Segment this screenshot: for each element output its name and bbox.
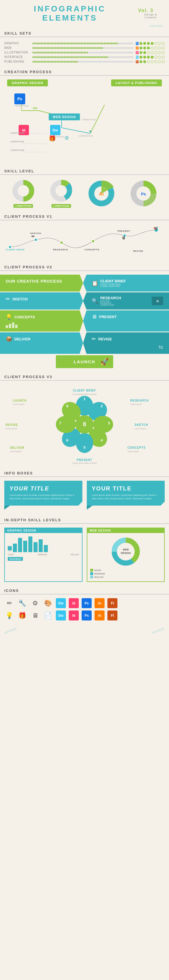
v2-creative-process-label: OUR CREATIVE PROCESS bbox=[6, 279, 77, 284]
app-icon-dw2: Dw bbox=[56, 611, 66, 620]
envato-watermark-1: envato bbox=[0, 24, 169, 27]
icon-bulb: 💡 bbox=[4, 611, 14, 620]
skill-row-publishing: Publishing Fl bbox=[4, 60, 165, 63]
cp-client-brief: 📋 CLIENT BRIEF ADDING SOMETHING LOREM SO… bbox=[83, 275, 169, 291]
icon-gift: 🎁 bbox=[17, 611, 27, 620]
svg-text:Lorem ipsum: Lorem ipsum bbox=[13, 403, 25, 406]
legend-average: AVERAGE bbox=[94, 573, 105, 575]
skill-icons-interface: Dw bbox=[136, 56, 165, 59]
info-boxes-row: YoUr TITLE Lorem ipsum dolor sit amet, c… bbox=[4, 481, 165, 506]
cp-graphic-design-box: Graphic Design bbox=[7, 80, 48, 86]
skill-row-illustration: Illustration Id bbox=[4, 51, 165, 54]
info-boxes-container: YoUr TITLE Lorem ipsum dolor sit amet, c… bbox=[0, 479, 169, 510]
info-box-1-text: Lorem ipsum dolor sit amet, consectetur … bbox=[10, 493, 77, 500]
skill-row-web: Web Ai bbox=[4, 46, 165, 49]
info-box-1: YoUr TITLE Lorem ipsum dolor sit amet, c… bbox=[4, 481, 82, 506]
client-v2-container: OUR CREATIVE PROCESS 📋 CLIENT BRIEF ADDI… bbox=[0, 273, 169, 372]
icon-in3 bbox=[147, 56, 150, 59]
icon-pencil: ✏ bbox=[4, 598, 14, 608]
skill-label-graphic: Graphic bbox=[4, 42, 30, 45]
skill-icons-illustration: Id bbox=[136, 51, 165, 54]
tl-research: RESEARCH bbox=[53, 248, 68, 251]
cp-lorem-5: LOREM IPSUM bbox=[79, 135, 93, 137]
svg-text:Lorem ipsum dolor sit amet: Lorem ipsum dolor sit amet bbox=[72, 393, 97, 396]
svg-text:2: 2 bbox=[101, 404, 103, 408]
svg-text:Lorem ipsum dolor sit amet: Lorem ipsum dolor sit amet bbox=[72, 462, 97, 465]
icon-c5 bbox=[155, 42, 157, 45]
info-box-2-text: Lorem ipsum dolor sit amet, consectetur … bbox=[92, 493, 160, 500]
app-icon-id: Id bbox=[69, 598, 79, 608]
svg-line-4 bbox=[61, 128, 90, 134]
skill-level-title: SKILL LEVEL bbox=[0, 167, 169, 175]
v2-research-label: RESEARCH bbox=[100, 296, 121, 300]
ps-icon: Ps bbox=[136, 42, 138, 45]
pie-chart-4: Ps bbox=[129, 179, 158, 208]
svg-text:Lorem ipsum: Lorem ipsum bbox=[10, 450, 22, 453]
svg-point-23 bbox=[34, 239, 37, 241]
icon-il1 bbox=[140, 51, 142, 54]
dw-icon: Dw bbox=[136, 56, 138, 59]
svg-text:5: 5 bbox=[83, 445, 85, 450]
icon-in7 bbox=[162, 56, 165, 59]
icon-monitor: 🖥 bbox=[30, 611, 40, 620]
icons-row-2: 💡 🎁 🖥 📄 Dw Id Ps Ai Fl bbox=[4, 611, 165, 620]
bar-label-skilled: SKILLED bbox=[71, 554, 79, 555]
svg-text:Lorem ipsum: Lorem ipsum bbox=[6, 428, 18, 430]
cp-ps-node: Ps LOREM IPSUM bbox=[14, 94, 28, 107]
app-icon-ai2: Ai bbox=[95, 611, 105, 620]
icon-w6 bbox=[158, 46, 161, 49]
icon-w7 bbox=[162, 46, 165, 49]
legend-good: GOOD bbox=[94, 569, 101, 571]
icon-pb1 bbox=[140, 60, 142, 63]
app-icon-ps: Ps bbox=[82, 598, 92, 608]
svg-text:Ps: Ps bbox=[141, 192, 146, 196]
cp-gift-node: 🎁 bbox=[49, 135, 56, 142]
cp-present: 🖥 PRESENT bbox=[83, 310, 169, 331]
indepth-panel-graphic: GRAPHIC DESIGN G bbox=[4, 528, 82, 582]
svg-text:REVISE: REVISE bbox=[6, 423, 18, 426]
client-v1-container: 🚀 CLIENT BRIEF SKETCH RESEARCH CONCEPTS … bbox=[0, 223, 169, 262]
svg-text:CONCEPTS: CONCEPTS bbox=[127, 446, 146, 449]
cp-layout-publishing-box: Layout & Publishing bbox=[111, 80, 162, 86]
svg-text:3: 3 bbox=[108, 421, 110, 425]
icon-pb3 bbox=[147, 60, 150, 63]
svg-text:LAUNCH: LAUNCH bbox=[13, 399, 27, 402]
app-icon-fl: Fl bbox=[108, 598, 117, 608]
v2-sketch-label: SKETCH bbox=[12, 297, 27, 301]
icon-gear: ⚙ bbox=[30, 598, 40, 608]
app-icon-fl2: Fl bbox=[108, 611, 117, 620]
svg-point-24 bbox=[60, 241, 63, 244]
cp-our-creative-process: OUR CREATIVE PROCESS bbox=[0, 275, 83, 291]
v2-revise-label: REVISE bbox=[98, 337, 112, 341]
svg-text:1: 1 bbox=[83, 397, 85, 401]
icon-il5 bbox=[155, 51, 157, 54]
envato-watermark-bottom-right: envato bbox=[151, 627, 165, 635]
icon-c4 bbox=[151, 42, 153, 45]
cp-sketch: ✏ SKETCH bbox=[0, 293, 83, 310]
indepth-panels: GRAPHIC DESIGN G bbox=[4, 528, 165, 582]
tl-present: PRESENT bbox=[117, 230, 130, 232]
cp-lorem-3: LOREM IPSUM bbox=[10, 141, 24, 143]
icon-in6 bbox=[158, 56, 161, 59]
svg-text:7: 7 bbox=[59, 421, 61, 425]
cp-pencil-node: ✏ bbox=[33, 105, 38, 112]
icon-in4 bbox=[151, 56, 153, 59]
indepth-panel2-title: WEB DESIGN bbox=[87, 528, 164, 533]
app-icon-ps2: Ps bbox=[82, 611, 92, 620]
subtitle-label: Design & Creative bbox=[138, 13, 163, 19]
svg-text:RESEARCH: RESEARCH bbox=[130, 399, 149, 402]
info-boxes-title: INFO BOXES bbox=[0, 469, 169, 477]
cp-launch: LAUNCH 🚀 bbox=[56, 355, 113, 368]
cp-ps-lorem: LOREM IPSUM bbox=[14, 105, 28, 107]
icon-in5 bbox=[155, 56, 157, 59]
app-icon-ai: Ai bbox=[95, 598, 105, 608]
icon-il6 bbox=[158, 51, 161, 54]
icon-palette: 🎨 bbox=[43, 598, 53, 608]
skill-label-illustration: Illustration bbox=[4, 51, 30, 54]
icon-il2 bbox=[143, 51, 146, 54]
svg-point-22 bbox=[9, 245, 11, 248]
il-label: Illustration bbox=[8, 557, 23, 561]
skill-row-graphic: Graphic Ps bbox=[4, 42, 165, 45]
info-box-1-title: YoUr TITLE bbox=[10, 485, 77, 492]
icon-c2 bbox=[143, 42, 146, 45]
